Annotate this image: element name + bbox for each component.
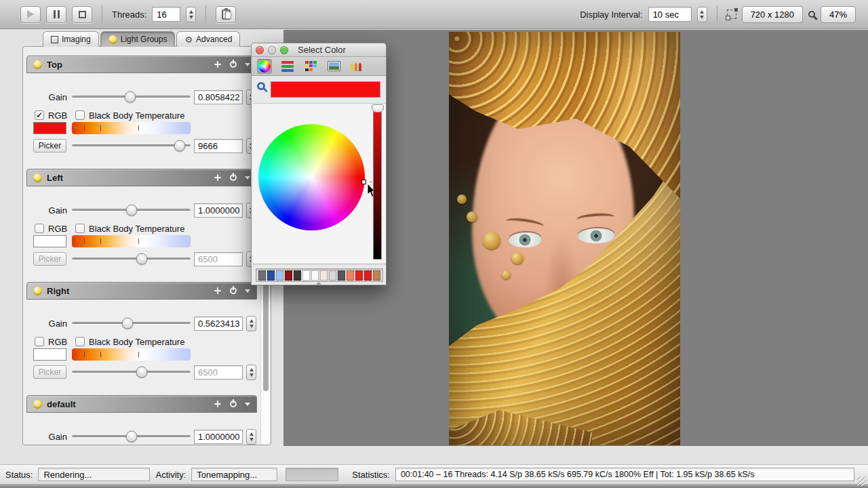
gain-slider[interactable]: [72, 429, 191, 444]
threads-input[interactable]: 16: [152, 7, 180, 22]
color-wheel-mode-button[interactable]: [257, 59, 272, 74]
pause-button[interactable]: [46, 6, 66, 23]
add-icon[interactable]: [214, 400, 222, 408]
light-color-swatch[interactable]: [33, 348, 66, 361]
select-color-dialog: Select Color: [251, 43, 387, 285]
resize-grip[interactable]: [857, 476, 867, 486]
zoom-magnifier-icon[interactable]: [808, 11, 815, 18]
palette-color-swatch[interactable]: [329, 270, 336, 281]
palette-color-swatch[interactable]: [355, 270, 363, 281]
power-icon[interactable]: [230, 61, 237, 68]
rgb-checkbox[interactable]: [35, 337, 44, 346]
palette-color-swatch[interactable]: [338, 270, 345, 281]
brightness-slider-thumb[interactable]: [372, 104, 384, 113]
gain-value-field[interactable]: 1.0000000: [194, 203, 243, 218]
color-sliders-mode-button[interactable]: [280, 59, 295, 74]
color-magnifier-icon[interactable]: [257, 82, 265, 90]
play-button[interactable]: [20, 6, 41, 23]
palette-color-swatch[interactable]: [320, 270, 328, 281]
gain-stepper[interactable]: [246, 316, 256, 331]
chevron-down-icon[interactable]: [245, 63, 250, 66]
stop-button[interactable]: [72, 6, 92, 23]
palette-color-swatch[interactable]: [364, 270, 372, 281]
minimize-button[interactable]: [268, 46, 276, 54]
picker-value-field[interactable]: 6500: [194, 365, 243, 380]
picker-value-field[interactable]: 6500: [194, 252, 243, 266]
power-icon[interactable]: [230, 401, 237, 407]
palette-icon: [305, 61, 317, 71]
gain-slider-thumb[interactable]: [125, 431, 137, 443]
add-icon[interactable]: [214, 287, 222, 295]
gain-value-field[interactable]: 1.0000000: [194, 430, 243, 444]
copy-button[interactable]: [216, 6, 236, 23]
image-palettes-mode-button[interactable]: [326, 59, 341, 74]
picker-button[interactable]: Picker: [33, 252, 66, 266]
chevron-down-icon[interactable]: [245, 403, 250, 406]
picker-stepper[interactable]: [246, 365, 256, 380]
tab-imaging[interactable]: Imaging: [43, 31, 99, 47]
palette-color-swatch[interactable]: [347, 270, 354, 281]
power-icon[interactable]: [230, 174, 237, 181]
crayons-mode-button[interactable]: [349, 59, 364, 74]
brightness-slider[interactable]: [373, 105, 382, 260]
tab-advanced[interactable]: ⚙ Advanced: [176, 31, 240, 47]
black-body-checkbox[interactable]: [75, 110, 85, 120]
light-color-swatch[interactable]: [33, 122, 66, 134]
swatch-drawer-handle[interactable]: [315, 282, 322, 285]
light-group-header[interactable]: Right: [26, 282, 257, 300]
display-interval-input[interactable]: 10 sec: [648, 7, 692, 22]
add-icon[interactable]: [214, 174, 222, 182]
picker-slider-thumb[interactable]: [136, 367, 148, 378]
chevron-down-icon[interactable]: [245, 176, 250, 180]
chevron-down-icon[interactable]: [245, 289, 250, 293]
palette-color-swatch[interactable]: [285, 270, 292, 281]
gain-slider-thumb[interactable]: [122, 318, 134, 329]
color-palettes-mode-button[interactable]: [303, 59, 318, 74]
rgb-checkbox[interactable]: ✓: [35, 110, 44, 120]
palette-color-swatch[interactable]: [276, 270, 283, 281]
maximize-button[interactable]: [280, 46, 288, 54]
threads-stepper[interactable]: [186, 7, 196, 22]
add-icon[interactable]: [214, 60, 222, 68]
picker-value-field[interactable]: 9666: [194, 139, 243, 153]
palette-color-swatch[interactable]: [258, 270, 266, 281]
picker-slider[interactable]: [72, 365, 191, 380]
color-wheel[interactable]: [258, 124, 365, 230]
light-group-header[interactable]: Top: [26, 56, 257, 73]
gain-slider-thumb[interactable]: [124, 92, 136, 103]
gain-slider[interactable]: [72, 203, 191, 218]
palette-color-swatch[interactable]: [294, 270, 301, 281]
rgb-checkbox[interactable]: [35, 224, 44, 233]
picker-slider[interactable]: [72, 138, 191, 153]
black-body-checkbox[interactable]: [75, 224, 85, 233]
gain-slider[interactable]: [72, 89, 191, 104]
wheel-selection-marker[interactable]: [361, 180, 366, 184]
palette-color-swatch[interactable]: [267, 270, 275, 281]
current-color-bar: [271, 81, 380, 98]
tab-light-groups[interactable]: Light Groups: [100, 31, 176, 47]
dialog-titlebar[interactable]: Select Color: [252, 43, 386, 57]
picker-slider-thumb[interactable]: [174, 140, 186, 152]
light-group-header[interactable]: Left: [26, 169, 257, 186]
black-body-checkbox[interactable]: [75, 337, 85, 346]
gain-value-field[interactable]: 0.8058422: [194, 90, 243, 104]
picker-button[interactable]: Picker: [33, 139, 66, 152]
picker-slider[interactable]: [72, 251, 191, 266]
gain-stepper[interactable]: [246, 429, 256, 445]
palette-color-swatch[interactable]: [302, 270, 310, 281]
light-color-swatch[interactable]: [33, 235, 66, 247]
picker-slider-thumb[interactable]: [136, 253, 148, 265]
gain-slider-thumb[interactable]: [125, 205, 137, 216]
light-group-header[interactable]: default: [26, 395, 257, 413]
picker-button[interactable]: Picker: [33, 365, 66, 379]
gain-value-field[interactable]: 0.5623413: [194, 317, 243, 331]
zoom-display[interactable]: 47%: [821, 6, 856, 23]
palette-color-swatch[interactable]: [373, 270, 380, 281]
palette-color-swatch[interactable]: [311, 270, 319, 281]
gain-slider[interactable]: [72, 316, 191, 331]
display-interval-stepper[interactable]: [697, 7, 707, 22]
close-button[interactable]: [256, 46, 264, 54]
slider-track: [72, 371, 191, 373]
display-interval-label: Display Interval:: [580, 9, 642, 20]
power-icon[interactable]: [230, 287, 237, 294]
